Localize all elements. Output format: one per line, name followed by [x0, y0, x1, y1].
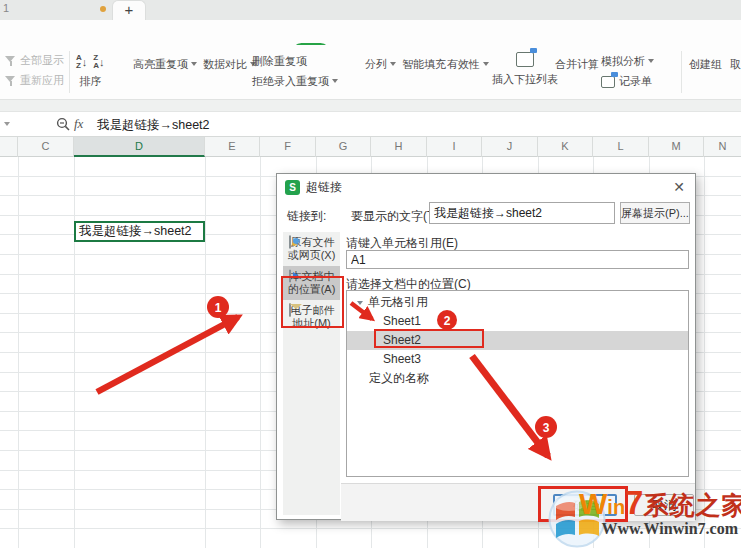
- column-header[interactable]: H: [371, 137, 427, 157]
- column-header[interactable]: L: [593, 137, 649, 157]
- what-if-analysis-button[interactable]: 模拟分析: [601, 54, 654, 69]
- place-in-document-icon: [289, 269, 291, 283]
- create-group-button[interactable]: 创建组: [689, 52, 722, 72]
- record-form-icon: [601, 76, 615, 88]
- close-icon[interactable]: ✕: [673, 179, 685, 195]
- text-to-columns-button[interactable]: 分列: [365, 52, 396, 72]
- sidebar-item-existing-file[interactable]: 原有文件 或网页(X): [283, 232, 340, 266]
- column-header[interactable]: E: [205, 137, 260, 157]
- insert-dropdown-list-icon: [516, 52, 534, 67]
- name-box-dropdown-icon[interactable]: [4, 122, 10, 126]
- sort-button[interactable]: AZ↓ ZA↓ 排序: [76, 54, 105, 89]
- menu-bar: 开始 插入 页面布局 公式 数据 审阅 视图 安全 开发工具 特色功能 查找: [0, 20, 741, 45]
- wps-spreadsheet-window: 1 + 开始 插入 页面布局 公式 数据 审阅 视图 安全 开发工具 特色功能 …: [0, 0, 741, 548]
- sort-az-icon: AZ↓ ZA↓: [76, 54, 105, 70]
- tree-item-sheet1[interactable]: Sheet1: [347, 312, 688, 331]
- data-validation-button[interactable]: 有效性: [447, 52, 489, 72]
- formula-input[interactable]: 我是超链接→sheet2: [97, 117, 210, 134]
- ok-button[interactable]: 确定: [553, 494, 617, 516]
- remove-duplicates-button[interactable]: 删除重复项: [252, 54, 307, 69]
- smart-fill-button[interactable]: 智能填充: [402, 52, 446, 72]
- dialog-sidebar: 原有文件 或网页(X) 本文档中 的位置(A) 电子邮件 地址(M): [283, 232, 340, 515]
- column-headers: C D E F G H I J K L M N: [0, 137, 741, 157]
- column-header[interactable]: N: [704, 137, 741, 157]
- document-position-listbox: 单元格引用 Sheet1 Sheet2 Sheet3 定义的名称: [346, 290, 689, 477]
- insert-dropdown-list-button[interactable]: 插入下拉列表: [492, 52, 558, 87]
- filter-icon: [5, 56, 16, 66]
- column-header-partial[interactable]: [0, 137, 18, 157]
- column-header[interactable]: J: [482, 137, 538, 157]
- show-all-button[interactable]: 全部显示: [5, 53, 64, 68]
- data-ribbon: 全部显示 重新应用 AZ↓ ZA↓ 排序 高亮重复项 数据对比 删除重复项 拒绝…: [0, 45, 741, 100]
- display-text-input[interactable]: [429, 202, 615, 224]
- zoom-formula-icon[interactable]: [56, 117, 70, 131]
- sidebar-item-place-in-document[interactable]: 本文档中 的位置(A): [283, 266, 340, 300]
- ribbon-separator: [69, 51, 70, 93]
- column-header[interactable]: C: [18, 137, 74, 157]
- column-header[interactable]: F: [260, 137, 316, 157]
- unsaved-dot-icon: [100, 6, 106, 12]
- column-header[interactable]: G: [316, 137, 371, 157]
- tree-expand-icon[interactable]: [357, 301, 363, 305]
- data-compare-button[interactable]: 数据对比: [203, 52, 256, 72]
- dialog-title: 超链接: [306, 179, 342, 196]
- hyperlink-dialog: S 超链接 ✕ 链接到: 要显示的文字(T): 屏幕提示(P)... 原有文件 …: [276, 173, 696, 520]
- wps-sheet-logo-icon: S: [285, 180, 300, 195]
- ribbon-separator: [681, 51, 682, 93]
- fx-icon[interactable]: fx: [74, 116, 83, 132]
- selected-cell-d-hyperlink[interactable]: 我是超链接→sheet2: [74, 221, 205, 242]
- tree-node-cell-reference[interactable]: 单元格引用: [347, 293, 688, 312]
- screen-tip-button[interactable]: 屏幕提示(P)...: [620, 202, 690, 224]
- column-header-selected[interactable]: D: [74, 137, 205, 157]
- document-tab-bar: 1 +: [0, 0, 741, 20]
- ungroup-button[interactable]: 取: [730, 52, 741, 72]
- tree-item-sheet3[interactable]: Sheet3: [347, 350, 688, 369]
- tree-node-defined-names[interactable]: 定义的名称: [347, 369, 688, 388]
- column-header[interactable]: M: [649, 137, 704, 157]
- cell-reference-input[interactable]: [346, 250, 689, 269]
- reject-duplicate-input-button[interactable]: 拒绝录入重复项: [252, 74, 338, 89]
- new-document-tab-button[interactable]: +: [112, 0, 146, 20]
- cancel-button[interactable]: 取消: [634, 494, 694, 516]
- consolidate-button[interactable]: 合并计算: [555, 52, 599, 72]
- ribbon-gap: [0, 100, 741, 112]
- dialog-main: 请键入单元格引用(E) 请选择文档中的位置(C) 单元格引用 Sheet1 Sh…: [346, 232, 690, 483]
- link-to-label: 链接到:: [287, 208, 326, 225]
- tree-item-sheet2-selected[interactable]: Sheet2: [347, 331, 688, 350]
- sidebar-item-email-address[interactable]: 电子邮件 地址(M): [283, 300, 340, 334]
- filter-reapply-icon: [5, 76, 16, 86]
- highlight-duplicates-button[interactable]: 高亮重复项: [133, 52, 197, 72]
- column-header[interactable]: K: [538, 137, 593, 157]
- record-form-button[interactable]: 记录单: [601, 74, 652, 89]
- plus-icon: +: [125, 1, 134, 18]
- email-icon: [289, 303, 291, 317]
- column-header[interactable]: I: [427, 137, 482, 157]
- formula-bar: fx 我是超链接→sheet2: [0, 112, 741, 137]
- existing-file-icon: [289, 235, 291, 249]
- document-tab-label: 1: [3, 2, 9, 14]
- dialog-title-bar[interactable]: S 超链接 ✕: [277, 174, 695, 200]
- reapply-filter-button[interactable]: 重新应用: [5, 73, 64, 88]
